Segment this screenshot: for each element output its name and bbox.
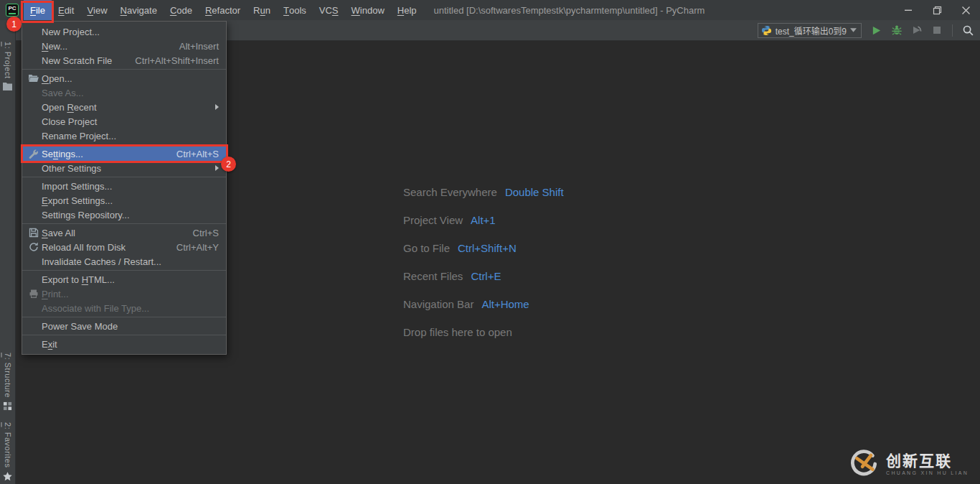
menu-item-new[interactable]: New...Alt+Insert [22,39,226,53]
debug-icon [891,24,903,36]
run-config-label: test_循环输出0到9 [776,24,847,37]
cx-logo-icon [848,450,880,478]
toolbar-separator [952,24,953,37]
window-controls [894,0,980,20]
menubar-item-vcs[interactable]: VCS [313,0,345,20]
menubar-item-refactor[interactable]: Refactor [199,0,247,20]
run-icon [871,25,882,36]
menubar-item-tools[interactable]: Tools [277,0,313,20]
save-icon [28,227,42,238]
search-everywhere-button[interactable] [961,24,975,37]
menu-item-import-settings[interactable]: Import Settings... [22,179,226,193]
editor-hint: Drop files here to open [403,318,564,346]
menu-item-save-as: Save As... [22,85,226,100]
menu-separator [22,177,226,177]
restore-button[interactable] [923,0,951,20]
menu-item-rename-project[interactable]: Rename Project... [22,129,226,143]
editor-hint: Project ViewAlt+1 [403,206,564,234]
menu-item-print: Print... [22,287,226,301]
menubar: File1EditViewNavigateCodeRefactorRunTool… [24,0,423,20]
annotation-box-step-1 [21,1,54,23]
run-with-coverage-button [910,24,923,37]
structure-icon [3,401,12,411]
menubar-item-edit[interactable]: Edit [52,0,80,20]
menu-item-invalidate-caches-restart[interactable]: Invalidate Caches / Restart... [22,254,226,269]
tool-buttons-top: 1: Project [2,42,13,91]
menu-item-new-project[interactable]: New Project... [22,24,226,39]
run-with-coverage-icon [911,24,923,36]
menu-item-reload-all-from-disk[interactable]: Reload All from DiskCtrl+Alt+Y [22,240,226,254]
menu-item-save-all[interactable]: Save AllCtrl+S [22,225,226,240]
debug-button[interactable] [890,24,903,37]
titlebar: PC File1EditViewNavigateCodeRefactorRunT… [0,0,980,20]
menu-item-settings-repository[interactable]: Settings Repository... [22,208,226,222]
menu-separator [22,69,226,70]
stop-button [930,24,943,37]
menu-item-power-save-mode[interactable]: Power Save Mode [22,319,226,333]
menu-separator [22,317,226,317]
editor-hint: Search EverywhereDouble Shift [403,178,564,206]
open-folder-icon [28,73,42,84]
minimize-button[interactable] [894,0,923,20]
pycharm-logo: PC [6,4,19,17]
step-badge-1: 1 [6,17,22,32]
menubar-item-run[interactable]: Run [247,0,277,20]
pycharm-logo-text: PC [8,6,16,11]
menu-separator [22,144,226,145]
menubar-item-view[interactable]: View [80,0,113,20]
menu-item-open-recent[interactable]: Open Recent [22,100,226,114]
editor-hint: Go to FileCtrl+Shift+N [403,234,564,262]
run-config-selector[interactable]: test_循环输出0到9 [758,23,862,38]
dropdown-arrow-icon [850,28,857,32]
toolbar-actions [870,24,975,37]
menu-separator [22,335,226,335]
stop-icon [932,25,942,35]
tool-button-1-project[interactable]: 1: Project [2,42,13,91]
tool-buttons-bottom: 7: Structure2: Favorites [2,353,13,484]
menu-item-settings[interactable]: Settings...Ctrl+Alt+S2 [22,146,226,161]
menu-item-export-to-html[interactable]: Export to HTML... [22,272,226,287]
print-icon [28,288,42,299]
editor-hint: Navigation BarAlt+Home [403,290,564,318]
menu-item-other-settings[interactable]: Other Settings [22,161,226,175]
menu-item-exit[interactable]: Exit [22,337,226,351]
watermark: 创新互联 CHUANG XIN HU LIAN [848,450,969,478]
tool-button-2-favorites[interactable]: 2: Favorites [2,422,13,482]
menubar-item-file[interactable]: File1 [24,0,52,20]
menubar-item-navigate[interactable]: Navigate [114,0,164,20]
wrench-icon [28,148,42,159]
menubar-item-help[interactable]: Help [391,0,423,20]
window-title: untitled [D:\softwaresTemptestk\pycharmt… [434,5,705,16]
run-button[interactable] [870,24,883,37]
close-button[interactable] [951,0,980,20]
shortcut-hints: Search EverywhereDouble ShiftProject Vie… [403,178,564,346]
menu-item-associate-with-file-type: Associate with File Type... [22,301,226,315]
left-tool-window-bar: 1: Project 7: Structure2: Favorites [0,20,16,484]
menu-separator [22,270,226,271]
star-icon [2,471,13,482]
menu-item-open[interactable]: Open... [22,71,226,85]
search-icon [962,24,974,37]
step-badge-2: 2 [221,157,236,172]
submenu-arrow-icon [215,104,219,110]
menu-item-new-scratch-file[interactable]: New Scratch FileCtrl+Alt+Shift+Insert [22,53,226,68]
menubar-item-window[interactable]: Window [345,0,391,20]
menu-separator [22,223,226,224]
python-icon [761,25,772,36]
tool-button-7-structure[interactable]: 7: Structure [3,353,12,411]
restore-icon [933,6,942,15]
close-icon [961,6,971,15]
menu-item-export-settings[interactable]: Export Settings... [22,193,226,208]
editor-hint: Recent FilesCtrl+E [403,262,564,290]
reload-icon [28,241,42,253]
file-menu-popup: New Project...New...Alt+InsertNew Scratc… [22,21,227,355]
folder-icon [2,82,13,91]
menu-item-close-project[interactable]: Close Project [22,114,226,129]
watermark-subtitle: CHUANG XIN HU LIAN [886,470,969,475]
menubar-item-code[interactable]: Code [164,0,199,20]
pycharm-logo-bar [9,13,16,14]
minimize-icon [904,6,913,14]
submenu-arrow-icon [215,165,219,171]
watermark-name: 创新互联 [886,453,969,468]
